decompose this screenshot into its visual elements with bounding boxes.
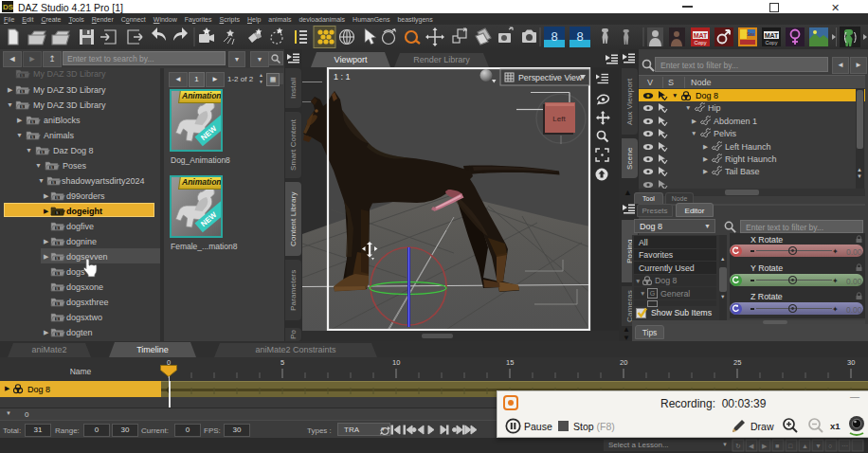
svg-text:Sav: Sav — [747, 31, 755, 37]
svg-text:30: 30 — [847, 358, 855, 367]
svg-text:25: 25 — [733, 358, 741, 367]
svg-text:1 : 1: 1 : 1 — [334, 72, 351, 82]
svg-text:8: 8 — [551, 29, 557, 44]
svg-text:○: ○ — [828, 443, 832, 449]
svg-text:Copy: Copy — [695, 40, 707, 45]
svg-text:Perspective View: Perspective View — [518, 73, 583, 82]
svg-text:MAT: MAT — [694, 32, 708, 39]
svg-text:▶: ▶ — [762, 443, 768, 449]
svg-text:Left: Left — [552, 115, 566, 123]
svg-text:↻: ↻ — [735, 443, 741, 449]
svg-text:⋯: ⋯ — [841, 443, 848, 449]
svg-text:Copy: Copy — [766, 40, 778, 45]
svg-text:▼: ▼ — [815, 443, 822, 449]
svg-text:5: 5 — [280, 358, 284, 367]
svg-text:■: ■ — [775, 443, 779, 449]
svg-text:▲: ▲ — [802, 443, 808, 449]
svg-text:8: 8 — [576, 29, 583, 44]
svg-text:20: 20 — [620, 358, 627, 367]
svg-text:10: 10 — [392, 358, 400, 367]
svg-text:◀: ◀ — [749, 443, 754, 449]
svg-text:15: 15 — [506, 358, 514, 367]
svg-text:MAT: MAT — [765, 32, 779, 39]
